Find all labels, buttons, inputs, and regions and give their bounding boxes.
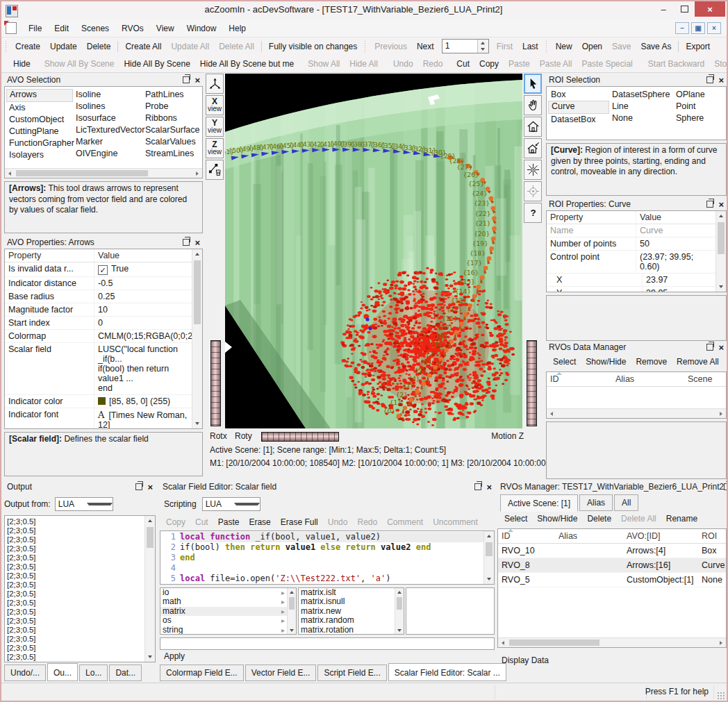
menu-help[interactable]: Help bbox=[222, 21, 252, 36]
toolbar-cut[interactable]: Cut bbox=[452, 57, 474, 71]
toolbar-update[interactable]: Update bbox=[45, 40, 82, 53]
avo-item-isolayers[interactable]: Isolayers bbox=[6, 149, 73, 161]
roty-thumbwheel[interactable] bbox=[261, 432, 339, 442]
roi-item-oplane[interactable]: OPlane bbox=[673, 89, 723, 101]
toolbar-grip[interactable] bbox=[364, 40, 366, 52]
rvo-row-rvo-10[interactable]: RVO_10Arrows:[4]Box bbox=[498, 544, 726, 558]
toolbar-copy[interactable]: Copy bbox=[474, 57, 504, 71]
close-icon[interactable]: × bbox=[486, 483, 492, 492]
float-icon[interactable] bbox=[474, 483, 481, 490]
float-icon[interactable] bbox=[183, 76, 190, 83]
output-list[interactable]: [2;3;0.5][2;3;0.5][2;3;0.5][2;3;0.5][2;3… bbox=[4, 515, 156, 662]
motion-z-thumbwheel[interactable] bbox=[527, 340, 537, 426]
toolbar-create[interactable]: Create bbox=[10, 40, 45, 53]
resize-grip[interactable] bbox=[717, 692, 725, 700]
avo-item-probe[interactable]: Probe bbox=[142, 101, 201, 112]
avo-item-streamlines[interactable]: StreamLines bbox=[142, 148, 201, 160]
h-scroll-thumb[interactable] bbox=[16, 170, 148, 176]
scroll-down-icon[interactable] bbox=[145, 652, 155, 662]
roi-item-point[interactable]: Point bbox=[673, 101, 723, 112]
z-view-button[interactable]: Zview bbox=[206, 138, 224, 158]
tab-alias[interactable]: Alias bbox=[579, 494, 613, 511]
scroll-up-icon[interactable] bbox=[716, 211, 726, 221]
editor-paste[interactable]: Paste bbox=[213, 515, 245, 529]
toolbar-last[interactable]: Last bbox=[518, 40, 543, 53]
scripting-combo[interactable]: LUA bbox=[202, 497, 260, 511]
rvo-row-rvo-5[interactable]: RVO_5CustomObject:[1]None bbox=[498, 573, 726, 587]
scroll-left-icon[interactable] bbox=[5, 169, 15, 178]
property-row-x[interactable]: X23.97 bbox=[547, 274, 715, 287]
code-line-5[interactable]: 5local file=io.open('Z:\\Test222.txt', '… bbox=[160, 574, 483, 584]
roi-item-curve[interactable]: Curve bbox=[548, 101, 609, 114]
avo-item-lictexturedvector[interactable]: LicTexturedVector bbox=[73, 124, 142, 136]
tab-active-scene-1[interactable]: Active Scene: [1] bbox=[500, 494, 578, 512]
toolbar-save-as[interactable]: Save As bbox=[636, 40, 676, 53]
property-row-magnitude-factor[interactable]: Magnitude factor10 bbox=[5, 303, 192, 317]
sort-ascending-icon[interactable] bbox=[508, 529, 513, 532]
rvod-menu-remove[interactable]: Remove bbox=[631, 355, 671, 369]
close-button[interactable]: × bbox=[695, 1, 725, 17]
toolbar-open[interactable]: Open bbox=[577, 40, 607, 53]
api-fn-matrix-new[interactable]: matrix.new bbox=[299, 607, 395, 616]
y-view-button[interactable]: Yview bbox=[206, 117, 224, 137]
toolbar-hide[interactable]: Hide bbox=[8, 57, 35, 71]
scroll-left-icon[interactable] bbox=[547, 409, 556, 418]
menu-window[interactable]: Window bbox=[181, 21, 223, 36]
avo-item-customobject[interactable]: CustomObject bbox=[6, 114, 73, 126]
rvod-menu-select[interactable]: Select bbox=[549, 355, 580, 369]
close-icon[interactable]: × bbox=[718, 343, 724, 352]
v-scroll-thumb[interactable] bbox=[194, 260, 201, 324]
roi-item-box[interactable]: Box bbox=[548, 89, 609, 101]
api-group-math[interactable]: math▸ bbox=[160, 597, 287, 606]
roi-item-sphere[interactable]: Sphere bbox=[673, 112, 723, 124]
scroll-left-icon[interactable] bbox=[498, 638, 508, 647]
float-icon[interactable] bbox=[183, 239, 190, 246]
property-row-scalar-field[interactable]: Scalar fieldLUSC("local function _if(b..… bbox=[5, 343, 192, 395]
float-icon[interactable] bbox=[724, 483, 727, 490]
avo-item-scalarvalues[interactable]: ScalarValues bbox=[142, 136, 201, 148]
frame-number-input[interactable]: 1 bbox=[442, 39, 489, 53]
avo-item-marker[interactable]: Marker bbox=[73, 136, 142, 148]
h-scroll-thumb[interactable] bbox=[509, 640, 599, 646]
scroll-right-icon[interactable] bbox=[716, 409, 726, 418]
property-row-y[interactable]: Y39.95 bbox=[547, 287, 715, 292]
menu-rvos[interactable]: RVOs bbox=[115, 21, 150, 36]
property-row-base-radius[interactable]: Base radius0.25 bbox=[5, 290, 192, 303]
close-icon[interactable]: × bbox=[718, 76, 724, 85]
sort-ascending-icon[interactable] bbox=[556, 372, 562, 375]
editor-erase[interactable]: Erase bbox=[244, 515, 275, 529]
avo-item-isosurface[interactable]: Isosurface bbox=[73, 112, 142, 124]
pointer-tool-button[interactable] bbox=[524, 74, 542, 94]
avo-item-axis[interactable]: Axis bbox=[6, 102, 73, 114]
tab-scalar-field-editor-scalar[interactable]: Scalar Field Editor: Scalar ... bbox=[388, 663, 506, 681]
tab-lo[interactable]: Lo... bbox=[79, 665, 108, 681]
avo-item-pathlines[interactable]: PathLines bbox=[142, 89, 201, 101]
avo-item-isolines[interactable]: Isolines bbox=[73, 101, 142, 112]
code-editor[interactable]: 1local function _if(bool, value1, value2… bbox=[160, 530, 495, 585]
scroll-down-icon[interactable] bbox=[192, 419, 202, 428]
float-icon[interactable] bbox=[706, 76, 713, 83]
spin-up-icon[interactable] bbox=[481, 42, 485, 44]
code-line-2[interactable]: 2if(bool) then return value1 else return… bbox=[160, 542, 483, 553]
api-fn-matrix-rotation[interactable]: matrix.rotation bbox=[299, 626, 395, 635]
code-line-3[interactable]: 3end bbox=[160, 553, 483, 563]
toolbar-grip[interactable] bbox=[545, 40, 547, 52]
property-row-control-point[interactable]: Control point(23.97; 39.95; 0.60) bbox=[547, 251, 715, 274]
scroll-up-icon[interactable] bbox=[484, 531, 494, 541]
close-icon[interactable]: × bbox=[718, 200, 724, 209]
roi-item-datasetbox[interactable]: DatasetBox bbox=[548, 114, 609, 126]
mdi-minimize-button[interactable]: – bbox=[675, 22, 689, 34]
api-fn-matrix-islt[interactable]: matrix.islt bbox=[299, 588, 395, 597]
api-fn-matrix-random[interactable]: matrix.random bbox=[299, 616, 395, 625]
apply-button[interactable]: Apply bbox=[164, 651, 185, 661]
avo-item-functiongrapher[interactable]: FunctionGrapher bbox=[6, 137, 73, 149]
mdi-close-button[interactable]: × bbox=[707, 22, 721, 34]
avo-item-isoline[interactable]: Isoline bbox=[73, 89, 142, 101]
scroll-right-icon[interactable] bbox=[716, 638, 726, 647]
roty-label[interactable]: Roty bbox=[235, 431, 252, 441]
checkbox-icon[interactable]: ✓ bbox=[98, 265, 108, 275]
avo-item-ribbons[interactable]: Ribbons bbox=[142, 112, 201, 124]
maximize-button[interactable] bbox=[674, 1, 695, 17]
toolbar-fully-visible-on-changes[interactable]: Fully visible on changes bbox=[264, 40, 362, 53]
viewer-help-button[interactable]: ? bbox=[524, 203, 542, 223]
